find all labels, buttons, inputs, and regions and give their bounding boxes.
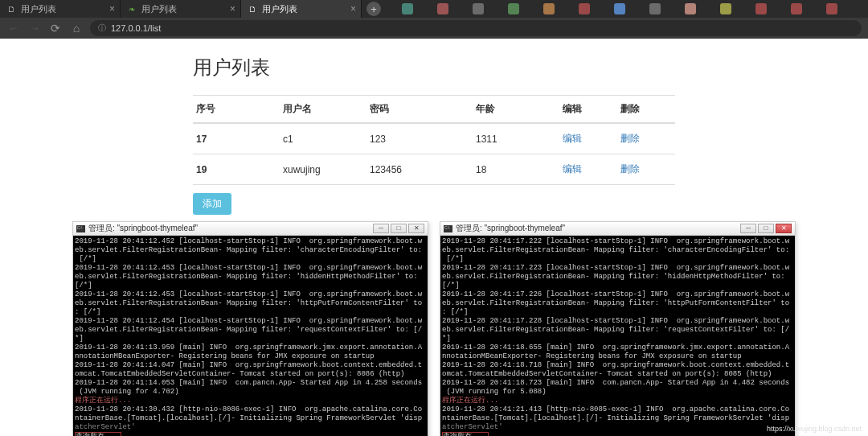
close-button[interactable]: ✕ [776,224,792,233]
leaf-icon: ❧ [127,4,137,14]
bookmark-icon[interactable] [437,3,448,14]
cell-edit: 编辑 [559,123,617,154]
cmd-icon [444,225,452,232]
bookmark-icon[interactable] [791,3,802,14]
delete-link[interactable]: 删除 [620,163,640,175]
minimize-button[interactable]: ─ [373,224,389,233]
highlight-box: 查询所有 查询所有 [442,432,489,436]
col-edit: 编辑 [559,96,617,124]
bookmark-icon[interactable] [755,3,767,14]
user-table: 序号 用户名 密码 年龄 编辑 删除 17c11231311编辑删除19xuwu… [193,95,675,185]
page-icon: 🗋 [248,4,257,14]
browser-tab-2[interactable]: 🗋 用户列表 × [241,0,362,18]
new-tab-button[interactable]: + [366,2,381,16]
bookmark-icon[interactable] [402,3,413,14]
reload-button[interactable]: ⟳ [48,22,63,35]
add-button[interactable]: 添加 [193,193,231,215]
browser-tab-1[interactable]: ❧ 用户列表 × [121,0,241,18]
bookmark-icon[interactable] [614,3,625,14]
close-icon[interactable]: × [230,3,235,14]
col-id: 序号 [193,96,280,124]
browser-tab-strip: 🗋 用户列表 × ❧ 用户列表 × 🗋 用户列表 × + [0,0,868,18]
tab-label: 用户列表 [262,3,297,15]
col-delete: 删除 [617,96,675,124]
forward-button[interactable]: → [27,22,42,35]
url-text: 127.0.0.1/list [111,23,161,33]
table-header-row: 序号 用户名 密码 年龄 编辑 删除 [193,96,675,124]
bookmark-icon[interactable] [649,3,661,14]
cell-username: c1 [280,123,366,154]
col-password: 密码 [366,96,473,124]
delete-link[interactable]: 删除 [620,133,640,144]
cell-password: 123 [366,123,473,154]
close-icon[interactable]: × [350,3,356,14]
cell-delete: 删除 [617,154,675,185]
page-icon: 🗋 [6,4,16,14]
bookmark-strip [386,0,868,18]
col-username: 用户名 [280,96,366,124]
url-input[interactable]: ⓘ 127.0.0.1/list [90,20,862,36]
info-icon: ⓘ [98,23,106,34]
table-row: 19xuwujing12345618编辑删除 [193,154,675,185]
highlight-box: 查询所有 查询所有 [75,432,121,436]
col-age: 年龄 [473,96,559,124]
page-content: 用户列表 序号 用户名 密码 年龄 编辑 删除 17c11231311编辑删除1… [0,39,868,215]
edit-link[interactable]: 编辑 [563,163,582,175]
cmd-icon [76,225,85,232]
cell-id: 17 [193,123,280,154]
titlebar[interactable]: 管理员: "springboot-thymeleaf"─□✕ [73,222,428,236]
terminal-output[interactable]: 2019-11-28 20:41:17.222 [localhost-start… [440,236,795,436]
cell-password: 123456 [366,154,473,185]
close-button[interactable]: ✕ [408,224,424,233]
bookmark-icon[interactable] [826,3,837,14]
home-button[interactable]: ⌂ [69,22,84,35]
browser-tab-0[interactable]: 🗋 用户列表 × [0,0,121,18]
page-title: 用户列表 [193,55,675,80]
terminal-window-1: 管理员: "springboot-thymeleaf"─□✕2019-11-28… [440,221,796,436]
cell-delete: 删除 [617,123,675,154]
back-button[interactable]: ← [6,22,21,35]
bookmark-icon[interactable] [579,3,590,14]
tab-label: 用户列表 [141,3,177,15]
terminal-window-0: 管理员: "springboot-thymeleaf"─□✕2019-11-28… [72,221,428,436]
minimize-button[interactable]: ─ [740,224,756,233]
table-row: 17c11231311编辑删除 [193,123,675,154]
cell-username: xuwujing [280,154,366,185]
close-icon[interactable]: × [109,3,115,14]
bookmark-icon[interactable] [720,3,731,14]
watermark: https://xuwujing.blog.csdn.net [767,425,862,433]
address-bar: ← → ⟳ ⌂ ⓘ 127.0.0.1/list [0,18,868,39]
maximize-button[interactable]: □ [391,224,407,233]
titlebar[interactable]: 管理员: "springboot-thymeleaf"─□✕ [440,222,795,236]
cell-edit: 编辑 [559,154,617,185]
tab-label: 用户列表 [21,3,56,15]
bookmark-icon[interactable] [473,3,484,14]
bookmark-icon[interactable] [543,3,555,14]
cell-age: 18 [473,154,559,185]
maximize-button[interactable]: □ [758,224,774,233]
window-title: 管理员: "springboot-thymeleaf" [456,223,740,234]
cell-age: 1311 [473,123,559,154]
cell-id: 19 [193,154,280,185]
window-title: 管理员: "springboot-thymeleaf" [88,223,373,234]
bookmark-icon[interactable] [508,3,519,14]
bookmark-icon[interactable] [685,3,696,14]
terminals-row: 管理员: "springboot-thymeleaf"─□✕2019-11-28… [0,215,868,436]
terminal-output[interactable]: 2019-11-28 20:41:12.452 [localhost-start… [73,236,428,436]
edit-link[interactable]: 编辑 [563,133,582,144]
